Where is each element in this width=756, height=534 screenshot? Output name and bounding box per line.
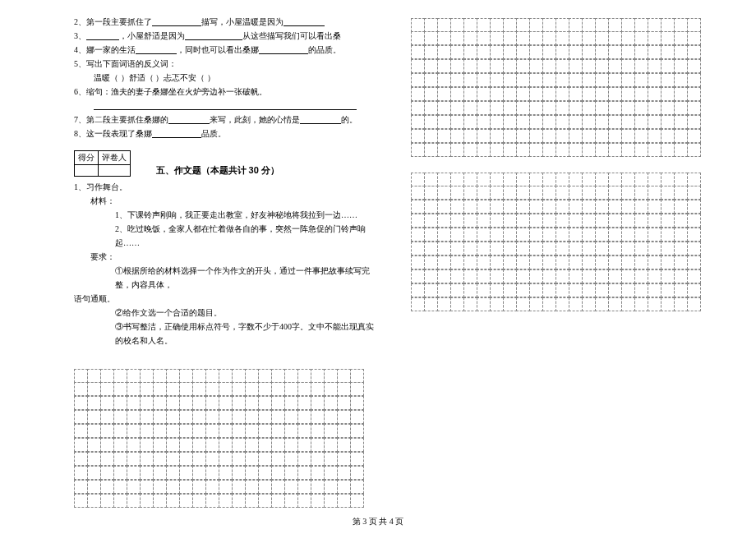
reviewer-cell	[99, 165, 131, 177]
q-text: 的品质。	[308, 45, 341, 54]
q-num: 3、	[74, 31, 86, 40]
q-text: 从这些描写我们可以看出桑	[242, 31, 341, 40]
req-1: ①根据所给的材料选择一个作为作文的开头，通过一件事把故事续写完整，内容具体，	[74, 264, 381, 292]
q-text: 第二段主要抓住桑娜的	[86, 115, 168, 124]
q-text: 第一段主要抓住了	[86, 17, 152, 26]
answer-grid-left	[74, 369, 381, 509]
blank	[168, 115, 210, 124]
q-text: 来写，此刻，她的心情是	[210, 115, 300, 124]
req-1b: 语句通顺。	[74, 292, 381, 306]
q4: 4、娜一家的生活，同时也可以看出桑娜的品质。	[74, 43, 381, 57]
q-text: 温暖（ ）舒适（ ）忐忑不安（ ）	[94, 73, 215, 82]
q-text: 娜一家的生活	[86, 45, 136, 54]
page-footer: 第 3 页 共 4 页	[0, 516, 756, 527]
left-column: 2、第一段主要抓住了描写，小屋温暖是因为 3、，小屋舒适是因为从这些描写我们可以…	[74, 15, 381, 509]
q-text: 描写，小屋温暖是因为	[201, 17, 284, 26]
q2: 2、第一段主要抓住了描写，小屋温暖是因为	[74, 15, 381, 29]
answer-grid-right-2	[411, 173, 723, 312]
q6: 6、缩句：渔夫的妻子桑娜坐在火炉旁边补一张破帆。	[74, 85, 381, 99]
blank	[136, 45, 177, 54]
answer-grid-right1-wrap	[411, 18, 723, 158]
section-title: 五、作文题（本题共计 30 分）	[156, 164, 279, 177]
answer-grid-right-1	[411, 18, 723, 158]
q8: 8、这一段表现了桑娜品质。	[74, 127, 381, 140]
blank	[152, 129, 201, 138]
page-content: 2、第一段主要抓住了描写，小屋温暖是因为 3、，小屋舒适是因为从这些描写我们可以…	[74, 15, 723, 509]
q-num: 7、	[74, 115, 86, 124]
req-label: 要求：	[74, 250, 381, 264]
grid-gap	[411, 158, 723, 169]
q-num: 5、	[74, 59, 86, 68]
q-text: 缩句：渔夫的妻子桑娜坐在火炉旁边补一张破帆。	[86, 87, 267, 96]
material-1: 1、下课铃声刚响，我正要走出教室，好友神秘地将我拉到一边……	[74, 208, 381, 222]
q-text: ，同时也可以看出桑娜	[177, 45, 259, 54]
q6-answer-line	[74, 99, 381, 113]
blank	[300, 115, 341, 124]
score-cell	[75, 165, 99, 177]
q-num: 6、	[74, 87, 86, 96]
material-2: 2、吃过晚饭，全家人都在忙着做各自的事，突然一阵急促的门铃声响起……	[74, 222, 381, 250]
blank	[259, 45, 308, 54]
essay-body: 1、习作舞台。 材料： 1、下课铃声刚响，我正要走出教室，好友神秘地将我拉到一边…	[74, 180, 381, 348]
blank	[86, 31, 119, 40]
q-num: 8、	[74, 129, 86, 138]
blank	[152, 17, 201, 26]
reviewer-label: 评卷人	[99, 151, 131, 165]
q5: 5、写出下面词语的反义词：	[74, 57, 381, 71]
q-num: 4、	[74, 45, 86, 54]
q3: 3、，小屋舒适是因为从这些描写我们可以看出桑	[74, 29, 381, 43]
q-text: ，小屋舒适是因为	[119, 31, 185, 40]
q-text: 的。	[341, 115, 357, 124]
req-2: ②给作文选一个合适的题目。	[74, 306, 381, 320]
blank	[94, 101, 357, 110]
essay-q1: 1、习作舞台。	[74, 180, 381, 194]
blank	[185, 31, 242, 40]
q5-antonyms: 温暖（ ）舒适（ ）忐忑不安（ ）	[74, 71, 381, 85]
score-box: 得分 评卷人 五、作文题（本题共计 30 分）	[74, 150, 381, 177]
req-3: ③书写整洁，正确使用标点符号，字数不少于400字。文中不能出现真实的校名和人名。	[74, 320, 381, 348]
score-table: 得分 评卷人	[74, 150, 131, 177]
answer-grid-left-wrap	[74, 348, 381, 509]
blank	[284, 17, 325, 26]
q7: 7、第二段主要抓住桑娜的来写，此刻，她的心情是的。	[74, 113, 381, 127]
q-text: 写出下面词语的反义词：	[86, 59, 177, 68]
q-num: 2、	[74, 17, 86, 26]
answer-grid-right2-wrap	[411, 173, 723, 312]
material-label: 材料：	[74, 194, 381, 208]
q-text: 品质。	[201, 129, 226, 138]
q-text: 这一段表现了桑娜	[86, 129, 152, 138]
score-label: 得分	[75, 151, 99, 165]
right-column	[411, 15, 723, 312]
